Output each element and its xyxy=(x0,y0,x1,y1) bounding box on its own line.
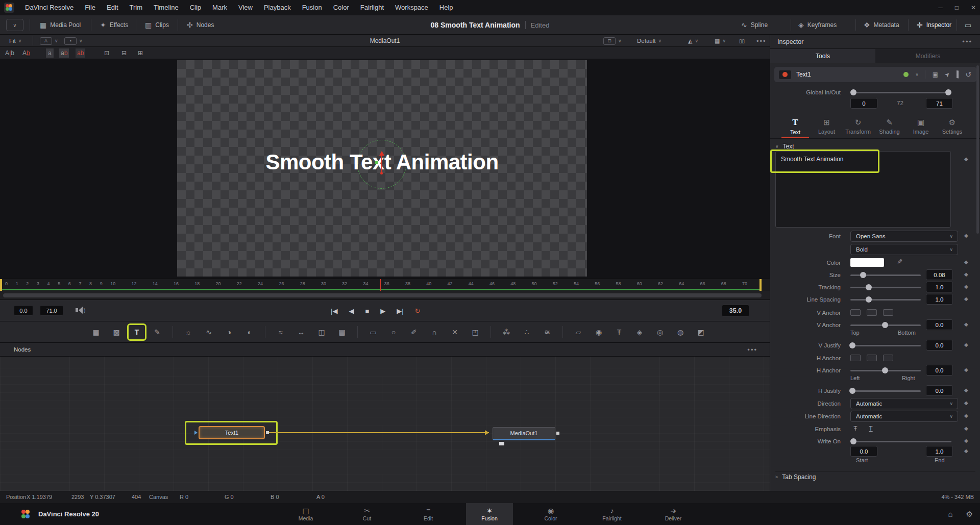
menu-edit[interactable]: Edit xyxy=(101,0,124,15)
write-on-start-field[interactable]: 0.0 xyxy=(850,446,877,457)
color-swatch[interactable] xyxy=(850,258,884,267)
menu-mark[interactable]: Mark xyxy=(207,0,233,15)
page-edit[interactable]: ≡Edit xyxy=(405,503,452,525)
play-reverse-button[interactable]: ◀ xyxy=(349,307,354,315)
background-tool-icon[interactable]: ▦ xyxy=(88,326,104,339)
keyframe-diamond-icon[interactable]: ◆ xyxy=(964,259,968,265)
viewer-guides-button[interactable]: ⊡∨ xyxy=(603,35,622,47)
home-icon[interactable]: ⌂ xyxy=(948,510,952,518)
keyframe-diamond-icon[interactable]: ◆ xyxy=(964,367,968,372)
direction-dropdown[interactable]: Automatic∨ xyxy=(850,398,958,409)
h-anchor-slider[interactable] xyxy=(850,370,921,371)
timeline-ruler[interactable]: 0123456789101214161820222426283032343638… xyxy=(0,279,770,291)
matte-control-tool-icon[interactable]: ◰ xyxy=(468,326,483,339)
stop-button[interactable]: ■ xyxy=(365,307,369,315)
line-level-styling-tool[interactable]: ab xyxy=(76,48,85,58)
tab-spacing-section-header[interactable]: >Tab Spacing xyxy=(775,471,975,482)
keyframe-diamond-icon[interactable]: ◆ xyxy=(964,284,968,289)
hue-curves-tool-icon[interactable]: ◑ xyxy=(222,326,237,339)
text-3d-tool-icon[interactable]: Ŧ xyxy=(611,326,627,339)
node-graph[interactable]: Text1 MediaOut1 xyxy=(0,357,770,491)
word-level-styling-tool[interactable]: ab xyxy=(59,48,69,58)
reset-icon[interactable]: ↺ xyxy=(965,70,971,79)
delta-keyer-tool-icon[interactable]: ✕ xyxy=(447,326,462,339)
polygon-mask-tool-icon[interactable]: ✐ xyxy=(406,326,422,339)
global-in-out-slider[interactable] xyxy=(850,92,951,93)
menu-help[interactable]: Help xyxy=(434,0,459,15)
global-out-field[interactable]: 71 xyxy=(926,98,953,109)
mediaout1-output-socket[interactable] xyxy=(556,432,559,435)
media-pool-button[interactable]: ▦ Media Pool xyxy=(40,15,81,35)
manipulator-remove-tool[interactable]: ⊟ xyxy=(121,48,127,58)
line-spacing-field[interactable]: 1.0 xyxy=(926,294,953,305)
viewer-options-menu[interactable]: ••• xyxy=(756,35,767,47)
h-anchor-slider-handle[interactable] xyxy=(882,367,888,373)
tab-modifiers[interactable]: Modifiers xyxy=(875,49,980,63)
inspector-tab-shading[interactable]: ✎Shading xyxy=(874,114,905,138)
h-justify-slider[interactable] xyxy=(850,390,921,392)
keyframe-diamond-icon[interactable]: ◆ xyxy=(964,413,968,418)
clips-button[interactable]: ▥ Clips xyxy=(145,15,169,35)
h-anchor-left-button[interactable] xyxy=(850,355,861,361)
playhead[interactable] xyxy=(380,279,381,291)
rectangle-mask-tool-icon[interactable]: ▭ xyxy=(365,326,381,339)
menu-view[interactable]: View xyxy=(233,0,258,15)
inspector-node-header[interactable]: Text1 ∨ ▣ ➤ ↺ xyxy=(774,67,976,82)
line-direction-dropdown[interactable]: Automatic∨ xyxy=(850,411,958,422)
keyframe-diamond-icon[interactable]: ◆ xyxy=(964,342,968,347)
inspector-tab-transform[interactable]: ↻Transform xyxy=(842,114,874,138)
page-color[interactable]: ◉Color xyxy=(527,503,574,525)
lock-icon[interactable] xyxy=(957,71,959,78)
v-anchor-top-button[interactable] xyxy=(850,309,861,316)
underline-button[interactable]: T xyxy=(866,424,876,433)
global-out-handle[interactable] xyxy=(945,89,951,95)
anchor-point-handle[interactable] xyxy=(375,161,378,164)
color-corrector-tool-icon[interactable]: ☼ xyxy=(181,326,196,339)
range-start-marker[interactable] xyxy=(0,279,2,291)
range-end-marker[interactable] xyxy=(760,279,762,291)
dual-screen-icon[interactable]: ▭ xyxy=(965,15,971,35)
metadata-button[interactable]: ❖ Metadata xyxy=(864,15,899,35)
size-field[interactable]: 0.08 xyxy=(926,269,953,280)
keyframe-diamond-icon[interactable]: ◆ xyxy=(964,296,968,302)
transform-tool-icon[interactable]: ↔ xyxy=(293,326,309,339)
keyframe-diamond-icon[interactable]: ◆ xyxy=(964,387,968,393)
node-mediaout1[interactable]: MediaOut1 xyxy=(493,427,555,440)
keyframe-diamond-icon[interactable]: ◆ xyxy=(964,156,968,162)
menu-playback[interactable]: Playback xyxy=(258,0,297,15)
line-spacing-slider-handle[interactable] xyxy=(866,296,872,303)
inspector-button[interactable]: ✛ Inspector xyxy=(917,15,951,35)
h-anchor-field[interactable]: 0.0 xyxy=(926,365,953,376)
chevron-down-icon[interactable]: ∨ xyxy=(915,72,919,77)
v-justify-slider-handle[interactable] xyxy=(849,342,855,348)
inspector-tab-settings[interactable]: ⚙Settings xyxy=(937,114,968,138)
particle-emitter-tool-icon[interactable]: ⁂ xyxy=(499,326,514,339)
keyframe-diamond-icon[interactable]: ◆ xyxy=(964,438,968,443)
last-frame-button[interactable]: ▶| xyxy=(397,307,403,315)
current-frame-field[interactable]: 35.0 xyxy=(722,305,749,317)
menu-fairlight[interactable]: Fairlight xyxy=(355,0,389,15)
write-on-slider-handle[interactable] xyxy=(850,438,856,444)
v-anchor-slider-handle[interactable] xyxy=(882,322,888,328)
brightness-contrast-tool-icon[interactable]: ◐ xyxy=(242,326,257,339)
tracking-slider-handle[interactable] xyxy=(866,284,872,290)
paint-tool-icon[interactable]: ✎ xyxy=(150,326,165,339)
eyedropper-icon[interactable]: ✎ xyxy=(896,259,903,264)
versions-icon[interactable]: ▣ xyxy=(933,71,938,78)
manipulator-frame-tool[interactable]: ⊡ xyxy=(104,48,109,58)
viewer-lut-dropdown[interactable]: Default∨ xyxy=(637,35,662,47)
text-select-tool[interactable]: Ab xyxy=(22,48,30,58)
keyframe-diamond-icon[interactable]: ◆ xyxy=(964,271,968,277)
loop-button[interactable]: ↻ xyxy=(415,307,421,315)
tracking-field[interactable]: 1.0 xyxy=(926,282,953,292)
keyframe-diamond-icon[interactable]: ◆ xyxy=(964,321,968,327)
viewer-grid-button[interactable]: ▦∨ xyxy=(715,35,726,47)
timeline-scrollbar-thumb[interactable] xyxy=(3,293,762,297)
blur-tool-icon[interactable]: ≈ xyxy=(273,326,288,339)
node-enable-toggle[interactable] xyxy=(779,70,791,79)
minimize-icon[interactable]: ─ xyxy=(938,4,943,11)
menu-clip[interactable]: Clip xyxy=(184,0,207,15)
h-justify-field[interactable]: 0.0 xyxy=(926,385,953,396)
size-slider[interactable] xyxy=(850,274,921,276)
node-text1[interactable]: Text1 xyxy=(199,426,265,439)
